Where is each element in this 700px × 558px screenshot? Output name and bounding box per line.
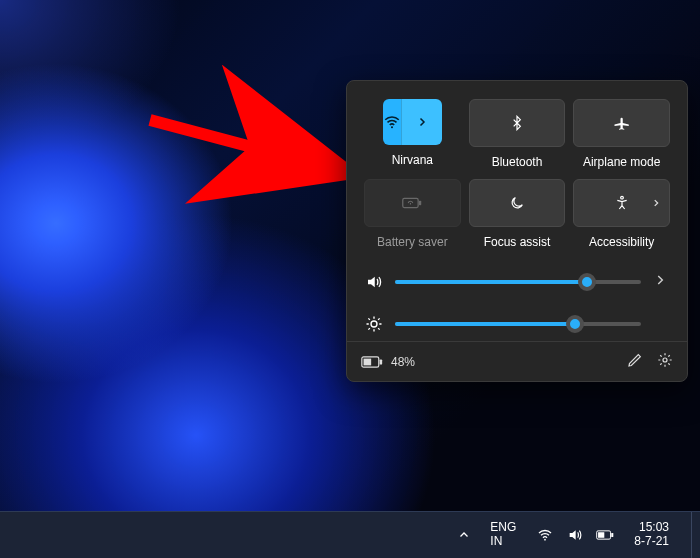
wifi-split-button: [383, 99, 442, 145]
tile-label-accessibility: Accessibility: [589, 235, 654, 249]
svg-point-5: [620, 196, 623, 199]
tile-label-airplane: Airplane mode: [583, 155, 660, 169]
airplane-icon: [613, 114, 631, 132]
system-tray[interactable]: [526, 512, 624, 558]
tile-label-wifi: Nirvana: [392, 153, 433, 167]
volume-tray-icon: [566, 526, 584, 544]
tile-airplane: Airplane mode: [574, 99, 669, 169]
clock-time: 15:03: [634, 521, 669, 535]
airplane-toggle-button[interactable]: [573, 99, 670, 147]
chevron-up-icon: [458, 529, 470, 541]
language-button[interactable]: ENG IN: [480, 512, 526, 558]
chevron-right-icon: [651, 194, 661, 212]
tile-label-bluetooth: Bluetooth: [492, 155, 543, 169]
brightness-slider-thumb[interactable]: [566, 315, 584, 333]
wifi-tray-icon: [536, 526, 554, 544]
battery-tray-icon: [596, 526, 614, 544]
settings-button[interactable]: [657, 352, 673, 371]
pencil-icon: [627, 352, 643, 368]
brightness-icon: [365, 315, 383, 333]
panel-footer: 48%: [347, 341, 687, 381]
tile-bluetooth: Bluetooth: [470, 99, 565, 169]
brightness-slider[interactable]: [395, 322, 641, 326]
svg-rect-8: [380, 359, 383, 364]
chevron-right-icon: [416, 116, 428, 128]
svg-rect-14: [598, 532, 604, 538]
bluetooth-icon: [509, 115, 525, 131]
volume-slider-thumb[interactable]: [578, 273, 596, 291]
tile-accessibility: Accessibility: [574, 179, 669, 249]
svg-point-2: [391, 126, 393, 128]
tray-overflow-button[interactable]: [448, 512, 480, 558]
svg-point-6: [371, 321, 377, 327]
taskbar: ENG IN 15:03 8-7-21: [0, 511, 700, 558]
tile-wifi: Nirvana: [365, 99, 460, 169]
volume-slider[interactable]: [395, 280, 641, 284]
tile-label-focus-assist: Focus assist: [484, 235, 551, 249]
language-line1: ENG: [490, 521, 516, 535]
battery-saver-icon: [402, 196, 422, 210]
moon-icon: [509, 195, 525, 211]
svg-rect-4: [419, 201, 421, 206]
show-desktop-button[interactable]: [691, 512, 698, 558]
wifi-toggle-button[interactable]: [383, 99, 401, 145]
svg-rect-9: [364, 358, 372, 365]
battery-saver-toggle-button[interactable]: [364, 179, 461, 227]
tile-label-battery-saver: Battery saver: [377, 235, 448, 249]
sliders-section: [347, 259, 687, 341]
edit-button[interactable]: [627, 352, 643, 371]
svg-rect-13: [612, 533, 614, 537]
wifi-icon: [383, 113, 401, 131]
battery-status[interactable]: 48%: [361, 355, 415, 369]
volume-flyout-button[interactable]: [653, 273, 669, 291]
focus-assist-toggle-button[interactable]: [469, 179, 566, 227]
tile-battery-saver: Battery saver: [365, 179, 460, 249]
clock-date: 8-7-21: [634, 535, 669, 549]
gear-icon: [657, 352, 673, 368]
language-line2: IN: [490, 535, 516, 549]
quick-settings-panel: Nirvana Bluetooth Airplane mode Battery …: [346, 80, 688, 382]
accessibility-icon: [614, 195, 630, 211]
speaker-icon: [365, 273, 383, 291]
bluetooth-toggle-button[interactable]: [469, 99, 566, 147]
battery-icon: [361, 356, 383, 368]
battery-percent-text: 48%: [391, 355, 415, 369]
wifi-expand-button[interactable]: [401, 99, 442, 145]
accessibility-toggle-button[interactable]: [573, 179, 670, 227]
clock-button[interactable]: 15:03 8-7-21: [624, 512, 691, 558]
volume-row: [365, 273, 669, 291]
brightness-row: [365, 315, 669, 333]
svg-point-11: [544, 539, 546, 541]
tile-focus-assist: Focus assist: [470, 179, 565, 249]
svg-point-10: [663, 358, 667, 362]
quick-settings-tiles: Nirvana Bluetooth Airplane mode Battery …: [347, 81, 687, 259]
